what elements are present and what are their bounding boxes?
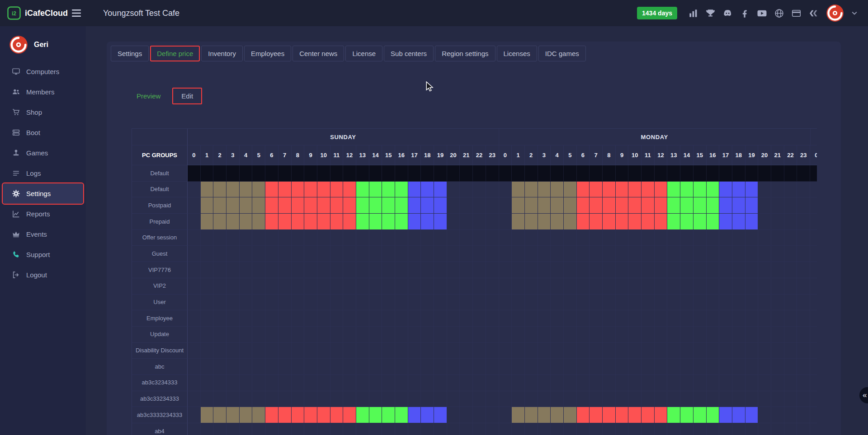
sidebar-item-support[interactable]: Support: [3, 244, 83, 265]
price-cell: [265, 423, 278, 435]
sidebar-item-logout[interactable]: Logout: [3, 265, 83, 285]
stats-icon[interactable]: [689, 9, 698, 18]
price-cell: [810, 182, 817, 198]
tab-sub-centers[interactable]: Sub centers: [384, 46, 434, 61]
sidebar-item-reports[interactable]: Reports: [3, 204, 83, 224]
sidebar-item-events[interactable]: Events: [3, 224, 83, 244]
price-cell: [616, 230, 629, 246]
price-cell: [395, 343, 408, 359]
icafecloud-logo-icon[interactable]: i2: [7, 6, 21, 20]
price-cell: [226, 407, 240, 423]
pc-group-label: Disability Discount: [132, 343, 188, 359]
price-cell: [525, 246, 538, 262]
price-cell: [797, 230, 810, 246]
tab-define-price[interactable]: Define price: [150, 46, 200, 61]
hour-label: 0: [188, 145, 201, 165]
menu-toggle-icon[interactable]: [72, 9, 81, 17]
youtube-icon[interactable]: [757, 9, 767, 18]
sidebar-item-logs[interactable]: Logs: [3, 163, 83, 183]
card-icon[interactable]: [792, 9, 801, 18]
price-cell: [707, 230, 720, 246]
price-cell: [628, 165, 642, 182]
price-cell: [603, 165, 616, 182]
tab-center-news[interactable]: Center news: [292, 46, 344, 61]
price-cell: [330, 165, 344, 182]
price-cell: [421, 423, 434, 435]
tab-inventory[interactable]: Inventory: [201, 46, 243, 61]
sidebar-item-settings[interactable]: Settings: [3, 183, 83, 204]
price-cell: [667, 246, 680, 262]
price-cell: [525, 343, 538, 359]
price-cell: [460, 278, 473, 295]
tab-license[interactable]: License: [345, 46, 382, 61]
price-cell: [642, 375, 655, 391]
price-cell: [408, 165, 421, 182]
price-cell: [564, 343, 577, 359]
price-cell: [603, 407, 616, 423]
price-cell: [810, 246, 817, 262]
pc-group-label: Offer session: [132, 230, 188, 246]
price-cell: [434, 327, 447, 343]
layers-icon[interactable]: [809, 9, 818, 18]
price-cell: [499, 165, 512, 182]
price-cell: [447, 165, 460, 182]
user-avatar[interactable]: [826, 4, 844, 22]
tab-region-settings[interactable]: Region settings: [435, 46, 495, 61]
facebook-icon[interactable]: [740, 9, 750, 18]
tab-idc-games[interactable]: IDC games: [538, 46, 586, 61]
chevron-down-icon[interactable]: [852, 11, 857, 15]
price-cell: [719, 262, 732, 278]
price-cell: [201, 262, 214, 278]
price-cell: [616, 407, 629, 423]
hour-label: 20: [758, 145, 771, 165]
price-cell: [343, 327, 356, 343]
price-cell: [499, 278, 512, 295]
profile-name: Geri: [34, 41, 48, 49]
price-cell: [278, 246, 292, 262]
price-cell: [667, 375, 680, 391]
price-cell: [434, 182, 447, 198]
discord-icon[interactable]: [723, 9, 732, 18]
price-cell: [369, 391, 382, 407]
globe-icon[interactable]: [774, 9, 784, 18]
sidebar-item-games[interactable]: Games: [3, 143, 83, 163]
price-cell: [434, 343, 447, 359]
subtab-preview[interactable]: Preview: [129, 88, 168, 104]
price-cell: [356, 423, 369, 435]
sidebar-item-computers[interactable]: Computers: [3, 61, 83, 82]
price-cell: [642, 278, 655, 295]
price-cell: [486, 407, 499, 423]
price-cell: [343, 295, 356, 311]
price-cell: [213, 295, 226, 311]
price-cell: [667, 295, 680, 311]
price-cell: [330, 295, 344, 311]
price-cell: [512, 295, 525, 311]
price-cell: [408, 375, 421, 391]
price-cell: [628, 197, 642, 214]
sidebar-item-members[interactable]: Members: [3, 82, 83, 102]
sidebar-item-boot[interactable]: Boot: [3, 122, 83, 143]
hour-label: 17: [719, 145, 732, 165]
price-cell: [226, 310, 240, 327]
price-cell: [538, 295, 551, 311]
price-cell: [719, 343, 732, 359]
price-cell: [667, 423, 680, 435]
price-row-default: Default: [132, 165, 817, 182]
hour-label: 9: [616, 145, 629, 165]
license-days-badge[interactable]: 1434 days: [637, 7, 677, 19]
price-cell: [719, 407, 732, 423]
price-cell: [499, 197, 512, 214]
price-cell: [265, 246, 278, 262]
tab-employees[interactable]: Employees: [244, 46, 291, 61]
price-cell: [265, 214, 278, 230]
sidebar-item-shop[interactable]: Shop: [3, 102, 83, 122]
trophy-icon[interactable]: [706, 9, 715, 18]
price-cell: [252, 343, 265, 359]
tab-settings[interactable]: Settings: [111, 46, 149, 61]
subtab-edit[interactable]: Edit: [172, 88, 202, 104]
price-cell: [667, 214, 680, 230]
price-row-default: Default: [132, 182, 817, 198]
price-cell: [616, 214, 629, 230]
tab-licenses[interactable]: Licenses: [497, 46, 537, 61]
price-cell: [369, 246, 382, 262]
